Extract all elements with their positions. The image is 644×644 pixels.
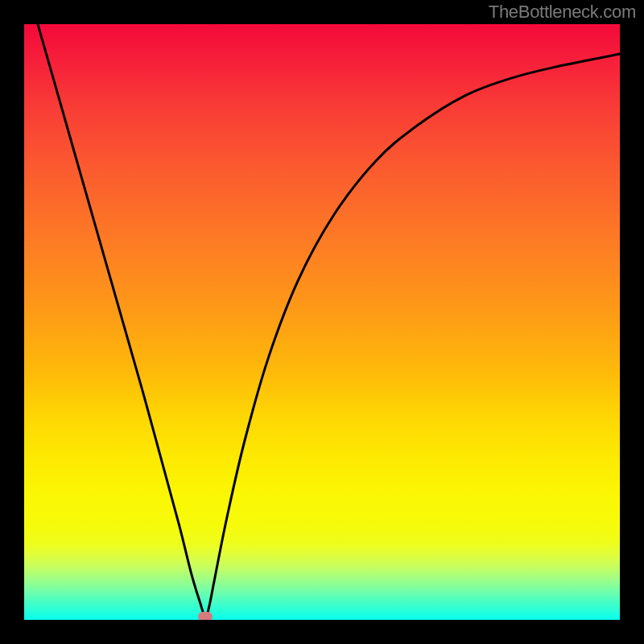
curve-layer [24, 24, 620, 620]
plot-area [24, 24, 620, 620]
minimum-marker [198, 612, 213, 620]
watermark-text: TheBottleneck.com [489, 2, 636, 23]
bottleneck-curve [24, 24, 620, 617]
chart-frame: TheBottleneck.com [0, 0, 644, 644]
